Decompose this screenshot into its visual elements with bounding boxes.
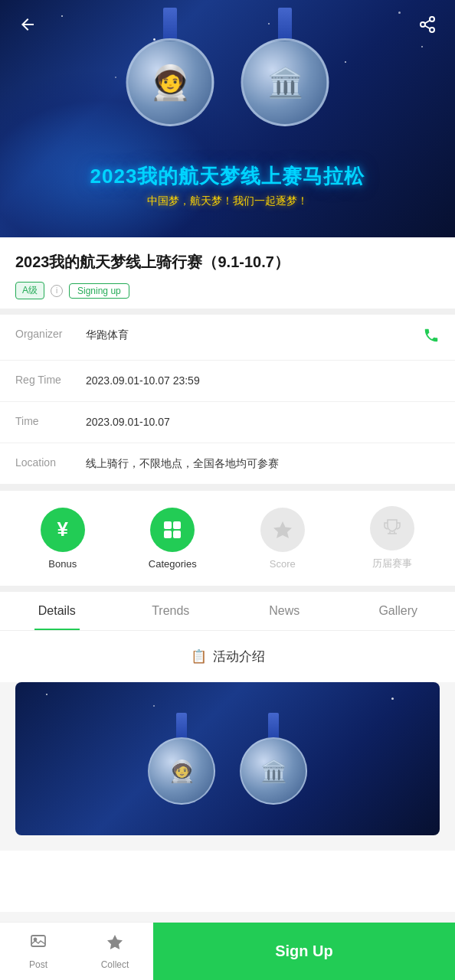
categories-icon-item[interactable]: Categories (142, 508, 203, 570)
time-row: Time 2023.09.01-10.07 (0, 402, 455, 443)
score-star-icon (272, 519, 293, 541)
back-button[interactable] (14, 11, 41, 38)
location-label: Location (15, 456, 77, 469)
share-button[interactable] (414, 11, 441, 38)
tabs-section: Details Trends News Gallery (0, 586, 455, 631)
collect-label: Collect (101, 959, 129, 970)
status-badge: Signing up (69, 283, 129, 299)
bonus-yen-icon: ¥ (57, 518, 68, 541)
event-title: 2023我的航天梦线上骑行赛（9.1-10.7） (15, 251, 440, 273)
tab-gallery[interactable]: Gallery (342, 592, 456, 630)
phone-icon[interactable] (423, 327, 440, 348)
location-row: Location 线上骑行，不限地点，全国各地均可参赛 (0, 443, 455, 485)
bottom-spacer (0, 851, 455, 912)
reg-time-value: 2023.09.01-10.07 23:59 (86, 373, 440, 389)
svg-point-11 (34, 938, 37, 940)
share-icon (418, 15, 437, 34)
activity-medal-left-icon: 🧑‍🚀 (169, 759, 195, 784)
organizer-row: Organizer 华跑体育 (0, 315, 455, 361)
hero-banner: 🧑‍🚀 🏛️ 2023我的航天梦线上赛马拉松 中国梦，航天梦！我们一起逐梦！ (0, 0, 455, 237)
post-tab[interactable]: Post (0, 923, 77, 980)
tab-gallery-label: Gallery (378, 604, 417, 617)
info-section: Organizer 华跑体育 Reg Time 2023.09.01-10.07… (0, 309, 455, 485)
bonus-label: Bonus (48, 558, 77, 570)
signup-label: Sign Up (275, 942, 333, 960)
tab-trends-label: Trends (152, 604, 189, 617)
signup-button[interactable]: Sign Up (153, 923, 455, 980)
medal-right-icon: 🏛️ (267, 66, 303, 100)
back-icon (18, 15, 37, 34)
collect-tab[interactable]: Collect (77, 923, 153, 980)
organizer-value: 华跑体育 (86, 327, 414, 343)
svg-line-3 (425, 26, 430, 29)
post-icon (29, 933, 47, 956)
categories-grid-icon (162, 519, 183, 541)
history-circle (370, 506, 414, 550)
svg-marker-12 (107, 935, 123, 949)
time-label: Time (15, 414, 77, 427)
history-trophy-icon (381, 518, 403, 539)
reg-time-row: Reg Time 2023.09.01-10.07 23:59 (0, 361, 455, 402)
badges-row: A级 i Signing up (15, 282, 440, 299)
score-icon-item[interactable]: Score (252, 508, 313, 570)
hero-subtitle: 中国梦，航天梦！我们一起逐梦！ (0, 194, 455, 208)
title-section: 2023我的航天梦线上骑行赛（9.1-10.7） A级 i Signing up (0, 237, 455, 309)
hero-text: 2023我的航天梦线上赛马拉松 中国梦，航天梦！我们一起逐梦！ (0, 163, 455, 208)
time-value: 2023.09.01-10.07 (86, 414, 440, 430)
location-value: 线上骑行，不限地点，全国各地均可参赛 (86, 456, 440, 472)
info-badge[interactable]: i (51, 285, 63, 297)
tab-news[interactable]: News (228, 592, 342, 630)
activity-medal-right-icon: 🏛️ (260, 759, 287, 784)
svg-rect-10 (31, 936, 45, 946)
tab-details-label: Details (38, 604, 76, 617)
svg-point-0 (430, 17, 434, 21)
svg-rect-7 (164, 531, 172, 538)
tab-trends[interactable]: Trends (114, 592, 228, 630)
history-label: 历届赛事 (372, 557, 412, 570)
organizer-label: Organizer (15, 327, 77, 340)
level-badge: A级 (15, 282, 44, 299)
score-label: Score (270, 558, 296, 570)
hero-title: 2023我的航天梦线上赛马拉松 (0, 163, 455, 190)
tab-news-label: News (269, 604, 300, 617)
medal-left-icon: 🧑‍🚀 (149, 63, 191, 103)
svg-point-1 (421, 22, 425, 27)
post-label: Post (29, 959, 47, 970)
score-circle (260, 508, 305, 552)
svg-rect-8 (173, 531, 181, 538)
action-icons-section: ¥ Bonus Categories Score (0, 485, 455, 586)
history-icon-item[interactable]: 历届赛事 (362, 506, 423, 570)
bonus-circle: ¥ (41, 508, 85, 552)
categories-circle (150, 508, 195, 552)
activity-section-title: 📋 活动介绍 (0, 631, 455, 682)
svg-rect-6 (173, 521, 181, 529)
section-title-text: 活动介绍 (213, 648, 265, 665)
bottom-bar: Post Collect Sign Up (0, 922, 455, 980)
svg-rect-5 (164, 521, 172, 529)
activity-medal-right: 🏛️ (235, 713, 312, 805)
collect-icon (106, 933, 124, 956)
activity-image: 🧑‍🚀 🏛️ (15, 682, 440, 835)
categories-label: Categories (149, 558, 197, 570)
activity-medal-left: 🧑‍🚀 (143, 713, 220, 805)
nav-buttons (0, 0, 455, 49)
svg-marker-9 (273, 521, 292, 538)
svg-point-2 (430, 28, 434, 32)
tab-details[interactable]: Details (0, 592, 114, 630)
svg-line-4 (425, 21, 430, 24)
reg-time-label: Reg Time (15, 373, 77, 386)
section-title-icon: 📋 (191, 648, 207, 665)
bonus-icon-item[interactable]: ¥ Bonus (32, 508, 93, 570)
